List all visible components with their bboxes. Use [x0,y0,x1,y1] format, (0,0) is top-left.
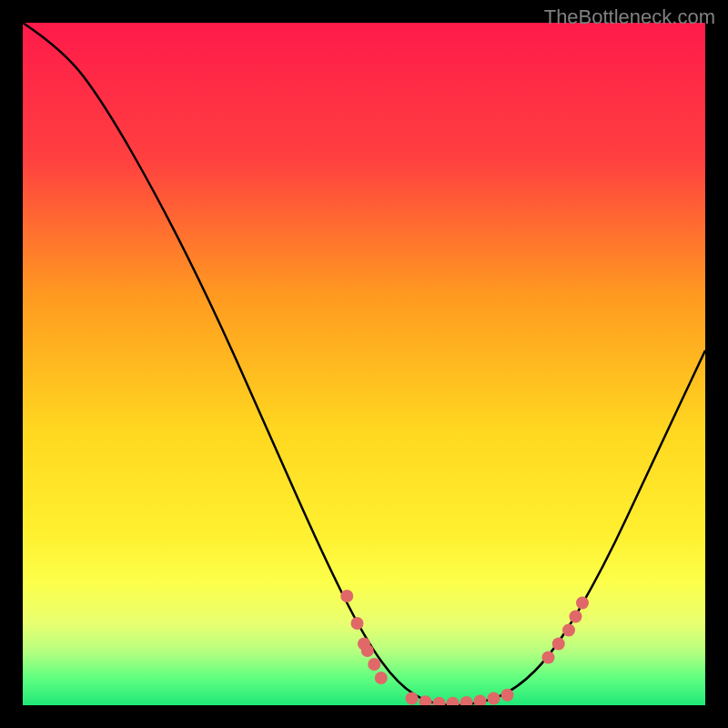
data-point [361,644,374,657]
data-point [488,693,500,705]
data-point [562,624,575,637]
data-point [375,672,388,684]
plot-area [23,23,705,705]
data-point [406,693,419,705]
data-point [576,597,589,610]
chart-svg [23,23,705,705]
watermark-text: TheBottleneck.com [544,5,715,29]
data-point [501,689,514,702]
data-point [340,590,353,602]
data-point [368,658,380,671]
data-point [570,611,582,623]
data-point [542,652,555,664]
data-point [552,638,565,651]
gradient-background [23,23,705,705]
data-point [351,617,364,630]
chart-container: TheBottleneck.com [0,0,728,728]
